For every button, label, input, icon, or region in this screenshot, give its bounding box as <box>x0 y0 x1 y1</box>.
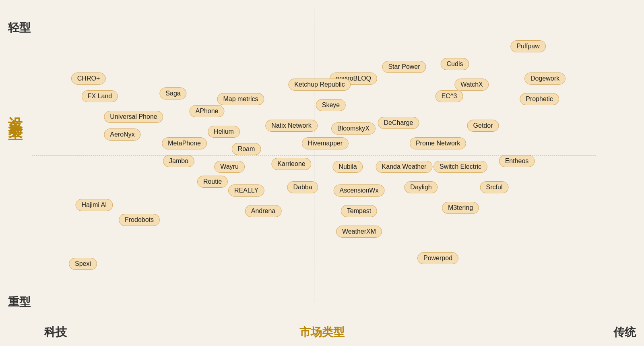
tag-ketchup-republic: Ketchup Republic <box>288 79 351 91</box>
tag-ec^3: EC^3 <box>436 90 463 102</box>
x-axis-center-label: 市场类型 <box>299 325 345 340</box>
tag-puffpaw: Puffpaw <box>510 40 546 52</box>
tag-spexi: Spexi <box>69 258 97 270</box>
tag-karrieone: Karrieone <box>271 158 311 170</box>
tag-entheos: Entheos <box>499 155 535 167</box>
tag-powerpod: Powerpod <box>417 252 458 264</box>
tag-bloomskyx: BloomskyX <box>331 122 376 135</box>
tag-natix-network: Natix Network <box>265 120 318 132</box>
tag-cudis: Cudis <box>441 58 469 70</box>
tag-weatherxm: WeatherXM <box>336 226 382 238</box>
tag-chro+: CHRO+ <box>71 73 106 85</box>
tag-dayligh: Dayligh <box>404 181 438 193</box>
tag-skeye: Skeye <box>316 99 346 111</box>
tag-hivemapper: Hivemapper <box>302 137 349 149</box>
tag-routie: Routie <box>197 176 228 188</box>
tag-m3tering: M3tering <box>442 202 479 214</box>
y-axis-bottom-label: 重型 <box>8 294 31 310</box>
tag-aeronyx: AeroNyx <box>104 128 140 141</box>
tag-frodobots: Frodobots <box>119 214 160 226</box>
x-axis-left-label: 科技 <box>44 325 67 340</box>
tag-really: REALLY <box>228 184 264 197</box>
tag-star-power: Star Power <box>382 61 426 73</box>
tag-prome-network: Prome Network <box>410 137 466 149</box>
tag-srcful: Srcful <box>480 181 509 193</box>
tag-kanda-weather: Kanda Weather <box>376 161 433 173</box>
tag-jambo: Jambo <box>163 155 194 167</box>
tag-fx-land: FX Land <box>82 90 118 102</box>
tag-metaphone: MetaPhone <box>162 137 207 149</box>
y-axis-top-label: 轻型 <box>8 20 31 35</box>
tag-prophetic: Prophetic <box>520 93 559 105</box>
tag-decharge: DeCharge <box>378 117 419 129</box>
tag-map-metrics: Map metrics <box>217 93 264 105</box>
y-axis-middle-label: 设备类型 <box>8 105 23 118</box>
plot-area: PuffpawCudisDogeworkStar PowerWatchXProp… <box>32 8 596 302</box>
vertical-axis-line <box>314 8 314 302</box>
tag-roam: Roam <box>232 143 261 155</box>
tag-watchx: WatchX <box>454 79 489 91</box>
tag-switch-electric: Switch Electric <box>433 161 487 173</box>
tag-ascensionwx: AscensionWx <box>334 184 385 197</box>
tag-getdor: Getdor <box>467 120 499 132</box>
tag-aphone: APhone <box>190 105 225 117</box>
tag-dogework: Dogework <box>524 73 566 85</box>
tag-saga: Saga <box>159 87 186 99</box>
tag-andrena: Andrena <box>245 205 282 217</box>
tag-tempest: Tempest <box>341 205 377 217</box>
tag-universal-phone: Universal Phone <box>104 111 163 123</box>
tag-nubila: Nubila <box>332 161 363 173</box>
tag-hajimi-ai: Hajimi AI <box>75 199 113 211</box>
tag-dabba: Dabba <box>287 181 318 193</box>
x-axis-right-label: 传统 <box>613 325 636 340</box>
tag-helium: Helium <box>208 126 240 138</box>
tag-wayru: Wayru <box>214 161 245 173</box>
